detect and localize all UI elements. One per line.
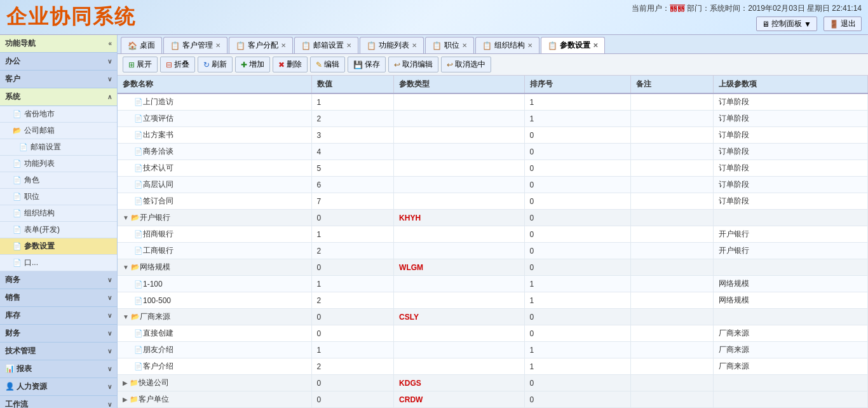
expand-icon[interactable]: ▶ xyxy=(123,396,128,403)
deselect-button[interactable]: ↩ 取消选中 xyxy=(441,57,491,72)
tab-close-email-settings[interactable]: ✕ xyxy=(346,42,351,49)
cell-type xyxy=(394,342,524,358)
tab-close-customer-dist[interactable]: ✕ xyxy=(281,42,286,49)
col-header-note: 备注 xyxy=(631,76,714,93)
expand-button[interactable]: ⊞ 展开 xyxy=(123,57,158,72)
add-button[interactable]: ✚ 增加 xyxy=(235,57,270,72)
sidebar-item-func-list[interactable]: 📄 功能列表 xyxy=(0,156,117,172)
tab-close-param-settings[interactable]: ✕ xyxy=(593,42,598,49)
tab-close-org-structure[interactable]: ✕ xyxy=(527,42,532,49)
sidebar-section-office[interactable]: 办公 ∨ xyxy=(0,53,117,71)
sidebar-section-reports[interactable]: 📊 报表 ∨ xyxy=(0,360,117,378)
cell-name: ▼📂开户银行 xyxy=(118,210,311,226)
sidebar-item-role[interactable]: 📄 角色 xyxy=(0,172,117,189)
tab-close-func-list[interactable]: ✕ xyxy=(412,42,417,49)
sidebar-section-finance[interactable]: 财务 ∨ xyxy=(0,325,117,343)
sidebar-nav-header[interactable]: 功能导航 « xyxy=(0,35,117,53)
tab-param-settings[interactable]: 📋 参数设置 ✕ xyxy=(541,37,605,54)
content-area: 🏠 桌面 📋 客户管理 ✕ 📋 客户分配 ✕ 📋 邮箱设置 ✕ 📋 功能列表 xyxy=(118,35,868,408)
table-row[interactable]: ▼📂网络规模0WLGM0 xyxy=(118,259,868,276)
sidebar-inventory-chevron: ∨ xyxy=(107,312,112,319)
table-row[interactable]: 📄朋友介绍11厂商来源 xyxy=(118,342,868,358)
cell-name: ▼📂网络规模 xyxy=(118,259,311,276)
sidebar-section-sales[interactable]: 销售 ∨ xyxy=(0,289,117,307)
cell-name: ▼📂厂商来源 xyxy=(118,309,311,325)
table-row[interactable]: 📄直接创建00厂商来源 xyxy=(118,325,868,342)
expand-icon[interactable]: ▶ xyxy=(123,379,128,386)
table-row[interactable]: ▼📂开户银行0KHYH0 xyxy=(118,210,868,226)
cell-name: 📄出方案书 xyxy=(118,127,311,144)
tab-func-list[interactable]: 📋 功能列表 ✕ xyxy=(360,37,424,53)
table-row[interactable]: 📄招商银行10开户银行 xyxy=(118,226,868,243)
sidebar-item-more[interactable]: 📄 口... xyxy=(0,255,117,271)
collapse-button[interactable]: ⊟ 折叠 xyxy=(160,57,195,72)
sidebar-item-param-settings[interactable]: 📄 参数设置 xyxy=(0,238,117,255)
cell-value: 6 xyxy=(311,177,394,193)
sidebar-section-workflow[interactable]: 工作流 ∨ xyxy=(0,396,117,408)
table-row[interactable]: ▶📁快递公司0KDGS0 xyxy=(118,375,868,391)
table-row[interactable]: 📄上门造访11订单阶段 xyxy=(118,93,868,111)
table-row[interactable]: 📄出方案书30订单阶段 xyxy=(118,127,868,144)
folder-open-icon: 📁 xyxy=(130,379,139,386)
sidebar-workflow-chevron: ∨ xyxy=(107,401,112,408)
tab-close-customer-mgmt[interactable]: ✕ xyxy=(215,42,220,49)
tab-customer-dist[interactable]: 📋 客户分配 ✕ xyxy=(229,37,293,53)
sidebar-section-system[interactable]: 系统 ∧ xyxy=(0,88,117,106)
doc-icon: 📄 xyxy=(134,346,143,353)
expand-icon[interactable]: ▼ xyxy=(123,214,129,221)
tab-desktop[interactable]: 🏠 桌面 xyxy=(121,37,162,53)
sidebar-item-form-dev[interactable]: 📄 表单(开发) xyxy=(0,222,117,238)
table-row[interactable]: 📄商务洽谈40订单阶段 xyxy=(118,144,868,160)
cell-note xyxy=(631,210,714,226)
tab-email-settings[interactable]: 📋 邮箱设置 ✕ xyxy=(294,37,358,53)
table-row[interactable]: 📄100-50021网络规模 xyxy=(118,292,868,309)
tab-customer-mgmt[interactable]: 📋 客户管理 ✕ xyxy=(163,37,227,53)
dashboard-button[interactable]: 🖥 控制面板 ▼ xyxy=(756,17,817,31)
cancel-edit-button[interactable]: ↩ 取消编辑 xyxy=(388,57,438,72)
folder-open-icon: 📂 xyxy=(131,214,140,221)
sidebar-section-tech[interactable]: 技术管理 ∨ xyxy=(0,343,117,360)
tab-org-structure[interactable]: 📋 组织结构 ✕ xyxy=(475,37,539,53)
table-row[interactable]: 📄高层认同60订单阶段 xyxy=(118,177,868,193)
tab-close-position[interactable]: ✕ xyxy=(462,42,467,49)
sidebar-system-chevron: ∧ xyxy=(107,93,112,100)
table-row[interactable]: ▶📁客户单位0CRDW0 xyxy=(118,391,868,408)
save-button[interactable]: 💾 保存 xyxy=(348,57,386,72)
edit-icon: ✎ xyxy=(316,60,322,69)
sidebar-item-province-city[interactable]: 📄 省份地市 xyxy=(0,106,117,123)
cell-value: 0 xyxy=(311,210,394,226)
sidebar-item-org-structure[interactable]: 📄 组织结构 xyxy=(0,205,117,222)
expand-icon[interactable]: ▼ xyxy=(123,264,129,271)
table-row[interactable]: 📄技术认可50订单阶段 xyxy=(118,160,868,177)
toolbar: ⊞ 展开 ⊟ 折叠 ↻ 刷新 ✚ 增加 ✖ 删除 ✎ 编辑 xyxy=(118,54,868,76)
cell-sort: 1 xyxy=(524,93,631,111)
sidebar-item-company-email[interactable]: 📂 公司邮箱 xyxy=(0,123,117,139)
cell-parent xyxy=(713,375,867,391)
cell-name: 📄工商银行 xyxy=(118,243,311,259)
logout-button[interactable]: 🚪 退出 xyxy=(824,17,862,31)
cell-value: 1 xyxy=(311,226,394,243)
table-row[interactable]: 📄签订合同70订单阶段 xyxy=(118,193,868,210)
sidebar-section-business[interactable]: 商务 ∨ xyxy=(0,271,117,289)
sidebar-item-email-settings[interactable]: 📄 邮箱设置 xyxy=(0,139,117,156)
cell-note xyxy=(631,193,714,210)
cell-note xyxy=(631,342,714,358)
cell-name: 📄商务洽谈 xyxy=(118,144,311,160)
table-row[interactable]: 📄工商银行20开户银行 xyxy=(118,243,868,259)
sidebar-section-customer[interactable]: 客户 ∨ xyxy=(0,71,117,88)
tab-position[interactable]: 📋 职位 ✕ xyxy=(425,37,474,53)
table-row[interactable]: ▼📂厂商来源0CSLY0 xyxy=(118,309,868,325)
edit-button[interactable]: ✎ 编辑 xyxy=(310,57,345,72)
table-row[interactable]: 📄客户介绍21厂商来源 xyxy=(118,358,868,375)
expand-icon[interactable]: ▼ xyxy=(123,313,129,320)
table-row[interactable]: 📄1-10011网络规模 xyxy=(118,276,868,292)
cell-sort: 0 xyxy=(524,210,631,226)
sidebar-item-position[interactable]: 📄 职位 xyxy=(0,189,117,205)
refresh-button[interactable]: ↻ 刷新 xyxy=(198,57,233,72)
sidebar-section-hr[interactable]: 👤 人力资源 ∨ xyxy=(0,378,117,396)
cell-sort: 0 xyxy=(524,309,631,325)
table-row[interactable]: 📄立项评估21订单阶段 xyxy=(118,111,868,127)
sidebar-section-inventory[interactable]: 库存 ∨ xyxy=(0,307,117,325)
doc-icon: 📄 xyxy=(134,197,143,205)
delete-button[interactable]: ✖ 删除 xyxy=(273,57,308,72)
